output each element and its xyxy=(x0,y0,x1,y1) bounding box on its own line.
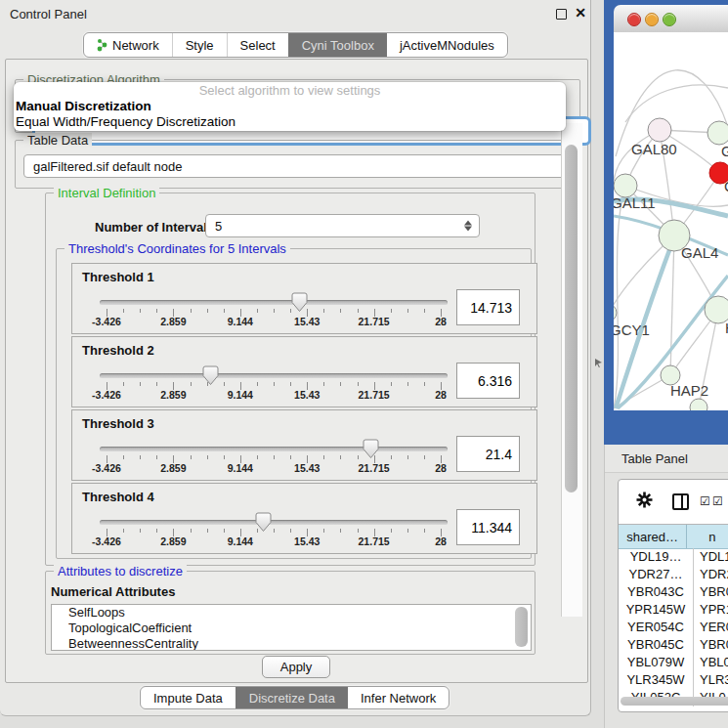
table-row[interactable]: YLR345WYLR3 xyxy=(619,671,728,689)
content-scrollbar-thumb[interactable] xyxy=(565,145,578,492)
threshold-label: Threshold 1 xyxy=(82,270,154,284)
attribute-item-betweennesscentrality[interactable]: BetweennessCentrality xyxy=(52,636,531,651)
minimize-button[interactable] xyxy=(645,13,659,26)
control-panel-titlebar: Control Panel ✕ xyxy=(0,0,590,27)
slider-track[interactable] xyxy=(100,373,448,378)
tab-label: Network xyxy=(112,38,159,53)
tab-label: Select xyxy=(240,38,276,53)
slider-thumb[interactable] xyxy=(363,439,379,459)
cell-shared-name[interactable]: YBL079W xyxy=(619,654,694,671)
slider-thumb[interactable] xyxy=(255,512,272,533)
cell-shared-name[interactable]: YPR145W xyxy=(619,601,694,619)
slider-tick xyxy=(358,309,359,313)
slider-tick xyxy=(407,382,408,386)
checkbox-icon[interactable]: ☑ xyxy=(700,495,710,507)
tab-discretize-data[interactable]: Discretize Data xyxy=(236,687,348,708)
slider-tick-label: -3.426 xyxy=(77,389,136,401)
gear-icon[interactable] xyxy=(636,492,653,508)
network-edge[interactable] xyxy=(625,85,728,122)
cell-name[interactable]: YBR0 xyxy=(694,583,728,601)
slider-track[interactable] xyxy=(100,447,448,451)
threshold-value-field[interactable]: 6.316 xyxy=(456,363,520,399)
table-row[interactable]: YBR045CYBR0 xyxy=(619,636,728,654)
cell-shared-name[interactable]: YDL19… xyxy=(619,548,694,566)
column-header-name[interactable]: n xyxy=(687,525,728,548)
slider-tick xyxy=(224,382,225,386)
slider-tick-label: 15.43 xyxy=(278,535,336,547)
cell-shared-name[interactable]: YLR345W xyxy=(619,671,694,689)
node-label: GAL4 xyxy=(681,244,718,261)
tab-network[interactable]: Network xyxy=(84,33,172,57)
slider-tick xyxy=(274,455,275,459)
table-row[interactable]: YBL079WYBL0 xyxy=(619,654,728,671)
tab-jactivemnodules[interactable]: jActiveMNodules xyxy=(387,33,507,57)
slider-track[interactable] xyxy=(100,520,448,525)
cell-name[interactable]: YDR2 xyxy=(694,566,728,583)
cell-name[interactable]: YBL0 xyxy=(694,654,728,671)
table-row[interactable]: YDR27…YDR2 xyxy=(619,566,728,583)
table-data-combobox[interactable]: galFiltered.sif default node xyxy=(23,154,579,178)
table-row[interactable]: YPR145WYPR1 xyxy=(619,601,728,619)
attribute-item-topologicalcoefficient[interactable]: TopologicalCoefficient xyxy=(52,621,531,636)
network-node-gal80[interactable] xyxy=(648,118,671,142)
slider-track[interactable] xyxy=(100,300,448,305)
cell-shared-name[interactable]: YBR043C xyxy=(619,583,694,601)
slider-thumb[interactable] xyxy=(291,292,308,313)
network-graph: GAL80GCGAL11GAL4GCY1HHAP2 xyxy=(614,32,728,410)
network-canvas[interactable]: GAL80GCGAL11GAL4GCY1HHAP2 xyxy=(614,32,728,410)
cell-name[interactable]: YPR1 xyxy=(694,601,728,619)
numerical-attributes-list[interactable]: SelfLoopsTopologicalCoefficientBetweenne… xyxy=(51,604,532,651)
table-horizontal-scrollbar[interactable] xyxy=(621,697,728,706)
tab-style[interactable]: Style xyxy=(172,33,227,57)
num-intervals-combobox[interactable]: 5 xyxy=(205,214,480,237)
threshold-panel-1: Threshold 1-3.4262.8599.14415.4321.71528… xyxy=(71,263,537,334)
tab-infer-network[interactable]: Infer Network xyxy=(348,687,449,708)
cell-name[interactable]: YLR3 xyxy=(694,671,728,689)
network-window-titlebar[interactable] xyxy=(614,5,728,33)
table-row[interactable]: YDL19…YDL1 xyxy=(619,548,728,566)
close-button[interactable] xyxy=(627,13,641,26)
slider-tick xyxy=(191,309,192,313)
network-node[interactable] xyxy=(690,399,707,410)
threshold-panel-3: Threshold 3-3.4262.8599.14415.4321.71528… xyxy=(71,409,537,481)
network-node-gcy1[interactable] xyxy=(614,304,617,321)
tab-cyni-toolbox[interactable]: Cyni Toolbox xyxy=(288,33,387,57)
float-window-icon[interactable] xyxy=(556,9,567,20)
cell-shared-name[interactable]: YDR27… xyxy=(619,566,694,583)
table-row[interactable]: YER054CYER0 xyxy=(619,619,728,636)
tab-impute-data[interactable]: Impute Data xyxy=(141,687,236,708)
content-scrollbar[interactable] xyxy=(561,123,582,617)
threshold-label: Threshold 2 xyxy=(82,343,154,358)
zoom-button[interactable] xyxy=(663,13,676,26)
split-columns-icon[interactable] xyxy=(672,493,689,510)
slider-tick xyxy=(391,382,392,386)
threshold-value-field[interactable]: 11.344 xyxy=(456,509,520,545)
cell-name[interactable]: YBR0 xyxy=(694,636,728,654)
threshold-value-field[interactable]: 21.4 xyxy=(456,436,520,472)
cell-shared-name[interactable]: YER054C xyxy=(619,619,694,636)
network-edge[interactable] xyxy=(670,236,674,375)
top-tab-bar: NetworkStyleSelectCyni ToolboxjActiveMNo… xyxy=(83,32,508,58)
tab-select[interactable]: Select xyxy=(227,33,288,57)
slider-thumb[interactable] xyxy=(202,365,219,386)
attribute-item-selfloops[interactable]: SelfLoops xyxy=(52,605,531,621)
attributes-scrollbar[interactable] xyxy=(515,607,528,647)
slider-tick xyxy=(391,309,392,313)
column-header-shared-name[interactable]: shared… xyxy=(619,525,687,548)
slider-tick xyxy=(358,529,359,533)
cell-name[interactable]: YER0 xyxy=(694,619,728,636)
close-icon[interactable]: ✕ xyxy=(575,5,586,21)
popup-item-equal-width-frequency-discretization[interactable]: Equal Width/Frequency Discretization xyxy=(14,114,566,130)
thresholds-group-title: Threshold's Coordinates for 5 Intervals xyxy=(64,241,290,256)
threshold-value-field[interactable]: 14.713 xyxy=(456,289,520,325)
table-row[interactable]: YBR043CYBR0 xyxy=(619,583,728,601)
cell-name[interactable]: YDL1 xyxy=(694,548,728,566)
table-header-row[interactable]: shared… n xyxy=(619,524,728,549)
numerical-attributes-label: Numerical Attributes xyxy=(51,584,175,599)
cell-shared-name[interactable]: YBR045C xyxy=(619,636,694,654)
apply-button[interactable]: Apply xyxy=(262,656,330,678)
slider-tick-label: 21.715 xyxy=(345,535,404,547)
checkbox-icon[interactable]: ☑ xyxy=(712,495,723,507)
popup-item-manual-discretization[interactable]: Manual Discretization xyxy=(14,99,566,114)
network-node-g[interactable] xyxy=(707,121,728,145)
